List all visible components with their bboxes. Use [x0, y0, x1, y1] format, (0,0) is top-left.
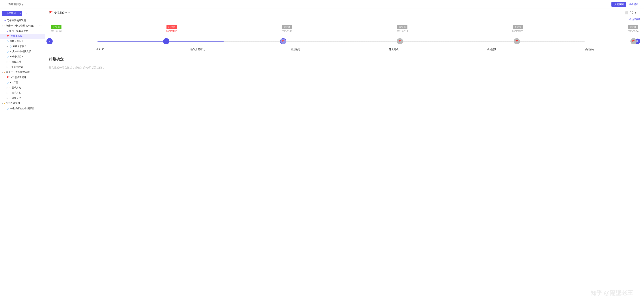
- sidebar-item-project-landing[interactable]: ≡ 项目 Landing 文档: [0, 28, 45, 34]
- structure-view-button[interactable]: 结构视图: [626, 2, 641, 7]
- cube-icon: ⬡: [6, 55, 8, 58]
- sidebar-item-exam[interactable]: ⬡ 30天冲刺备考四六级: [0, 49, 45, 54]
- folder-icon: ▪: [4, 71, 5, 74]
- milestone-track-wrapper: ✓ ✓ 🚩 🚩 🚩 🚩: [49, 36, 640, 47]
- folder-icon: ▪: [10, 97, 10, 99]
- sidebar-item-label: 万维空间使用说明: [7, 19, 26, 22]
- expand-icon[interactable]: ⛶: [630, 11, 633, 14]
- more-actions-icon[interactable]: ···: [638, 11, 640, 14]
- node-labels-row: Kick off 整体方案确认 排期确定 开发完成 功能提测 功能发布: [49, 48, 640, 51]
- sidebar-item-label: 专项子项目3: [10, 55, 23, 58]
- search-icon: ⌕: [26, 12, 27, 15]
- window-icon[interactable]: ⬜: [624, 11, 628, 14]
- topbar: ← 万维空间演示 大纲视图 结构视图: [0, 0, 644, 9]
- status-badge-4: 未完成: [513, 25, 523, 29]
- sidebar-item-label: 需求方案: [12, 86, 21, 89]
- status-item-3: 未完成 2021/02/19: [397, 25, 408, 32]
- sidebar-item-daily2[interactable]: ▶ ▪ 日会文档: [0, 95, 45, 101]
- sidebar-item-label: 技术方案: [12, 91, 21, 94]
- status-date-3: 2021/02/19: [397, 30, 408, 32]
- node-circle-kickoff[interactable]: ✓: [46, 38, 53, 44]
- back-button[interactable]: ←: [3, 2, 6, 6]
- view-toggle: 大纲视图 结构视图: [612, 2, 641, 7]
- search-button[interactable]: ⌕: [24, 10, 29, 16]
- milestone-flag-icon: 🚩: [49, 11, 53, 14]
- milestone-icon: 🚩: [6, 35, 10, 38]
- add-project-label[interactable]: + 添加项目: [2, 10, 18, 16]
- sidebar-group-scene1[interactable]: ▾ ▪ 场景一：专项管理（跨项目） + ···: [0, 23, 45, 28]
- sidebar-item-daily1[interactable]: ▶ ▪ 日会文档: [0, 59, 45, 64]
- sidebar-item-sub1[interactable]: ⬡ 专项子项目1: [0, 39, 45, 44]
- main-layout: + 添加项目 ▾ ⌕ ≡ 万维空间使用说明 ▾ ▪ 场景一：专项管理（跨项目） …: [0, 9, 644, 308]
- sidebar-group-computer[interactable]: ▾ ▪ 所涉及计算机: [0, 101, 45, 106]
- sidebar-item-thesis[interactable]: ⬡ 19级毕业论文小组管理: [0, 106, 45, 111]
- timeline-section: 已完成 2021/01/01 已完成 2021/01/15 未完成 2021/0…: [45, 21, 644, 53]
- node-circle-schedule[interactable]: 🚩: [280, 38, 286, 44]
- status-date-4: 2021/02/26: [512, 30, 523, 32]
- node-label-1: 整体方案确认: [149, 48, 246, 51]
- node-label-4: 功能提测: [443, 48, 540, 51]
- add-project-button[interactable]: + 添加项目 ▾: [2, 10, 22, 16]
- status-item-2: 未完成 2021/01/22: [282, 25, 292, 32]
- more-icon[interactable]: ···: [41, 24, 43, 27]
- status-badge-2: 未完成: [282, 25, 292, 29]
- chevron-down-icon[interactable]: ▾: [635, 11, 636, 14]
- milestone-node-5[interactable]: 🚩: [630, 38, 637, 44]
- milestone-detail-title: 排期确定: [49, 57, 640, 62]
- computer-label: 所涉及计算机: [6, 102, 20, 105]
- node-circle-release[interactable]: 🚩: [630, 38, 637, 44]
- folder-icon: ▪: [10, 60, 10, 63]
- milestone-detail-input[interactable]: 输入里程碑节点描述，或输入 @ 使用提及功能...: [49, 65, 640, 71]
- sidebar-item-sub3[interactable]: ⬡ 专项子项目3: [0, 54, 45, 59]
- node-circle-dev[interactable]: 🚩: [397, 38, 403, 44]
- status-badge-0: 已完成: [51, 25, 62, 29]
- sidebar-item-label: 专项子项目2: [12, 45, 26, 48]
- sidebar-item-review[interactable]: ▶ ▪ 汇总和复盘: [0, 64, 45, 69]
- add-project-dropdown-arrow[interactable]: ▾: [18, 11, 22, 15]
- folder-icon: ▪: [10, 92, 10, 94]
- node-label-0: Kick off: [51, 48, 148, 51]
- sidebar-item-ww-intro[interactable]: ≡ 万维空间使用说明: [0, 18, 45, 23]
- sidebar-item-label: 汇总和复盘: [12, 65, 24, 68]
- sidebar-group-scene2[interactable]: ▾ ▪ 场景二：大型需求管理: [0, 69, 45, 75]
- node-circle-test[interactable]: 🚩: [514, 38, 520, 44]
- add-icon[interactable]: +: [39, 24, 40, 27]
- chevron-icon: ▶: [6, 87, 8, 89]
- node-label-5: 功能发布: [541, 48, 638, 51]
- sidebar-item-label: 日会文档: [12, 96, 21, 100]
- chevron-icon: ▾: [2, 102, 3, 104]
- sidebar-item-label: 专项里程碑: [10, 34, 22, 38]
- sidebar-item-label: 日会文档: [12, 60, 21, 63]
- sidebar-item-product[interactable]: ⬡ XX 产品: [0, 80, 45, 85]
- cube-icon: ⬡: [6, 50, 8, 53]
- sidebar-item-req-plan[interactable]: ▶ ▪ 需求方案: [0, 85, 45, 90]
- milestone-detail: 排期确定 输入里程碑节点描述，或输入 @ 使用提及功能...: [45, 53, 644, 75]
- status-item-1: 已完成 2021/01/15: [166, 25, 177, 32]
- sidebar-item-sub2[interactable]: ▶ ⬡ 专项子项目2: [0, 44, 45, 49]
- sidebar-item-req-milestone[interactable]: 🚩 XX 需求里程碑: [0, 75, 45, 80]
- edit-title-button[interactable]: ✏: [68, 11, 70, 14]
- content-header-actions: ⬜ ⛶ ▾ ···: [624, 11, 640, 14]
- status-badge-1: 已完成: [166, 25, 177, 29]
- outline-view-button[interactable]: 大纲视图: [612, 2, 626, 7]
- chevron-icon: ▶: [6, 92, 8, 94]
- milestone-node-3[interactable]: 🚩: [397, 38, 403, 44]
- milestone-node-4[interactable]: 🚩: [514, 38, 520, 44]
- milestone-track: ✓ ✓ 🚩 🚩 🚩 🚩: [49, 36, 633, 47]
- milestone-node-0[interactable]: ✓: [46, 38, 53, 44]
- collapse-milestone-button[interactable]: 收起里程碑: [45, 17, 644, 21]
- chevron-icon: ▾: [2, 71, 3, 73]
- sidebar-item-label: 30天冲刺备考四六级: [10, 50, 31, 53]
- milestone-icon: 🚩: [6, 76, 10, 79]
- sidebar: + 添加项目 ▾ ⌕ ≡ 万维空间使用说明 ▾ ▪ 场景一：专项管理（跨项目） …: [0, 9, 45, 308]
- sidebar-item-milestone[interactable]: 🚩 专项里程碑: [0, 34, 45, 39]
- status-badge-3: 未完成: [397, 25, 408, 29]
- content-area: 🚩 专项里程碑 ✏ ⬜ ⛶ ▾ ··· 收起里程碑 已完成 2021/01/01…: [45, 9, 644, 308]
- node-label-2: 排期确定: [247, 48, 344, 51]
- status-item-0: 已完成 2021/01/01: [51, 25, 62, 32]
- sidebar-item-label: 专项子项目1: [10, 40, 23, 43]
- milestone-node-2[interactable]: 🚩: [280, 38, 286, 44]
- status-row: 已完成 2021/01/01 已完成 2021/01/15 未完成 2021/0…: [49, 25, 640, 32]
- sidebar-item-label: 项目 Landing 文档: [9, 29, 28, 33]
- sidebar-item-tech-plan[interactable]: ▶ ▪ 技术方案: [0, 90, 45, 95]
